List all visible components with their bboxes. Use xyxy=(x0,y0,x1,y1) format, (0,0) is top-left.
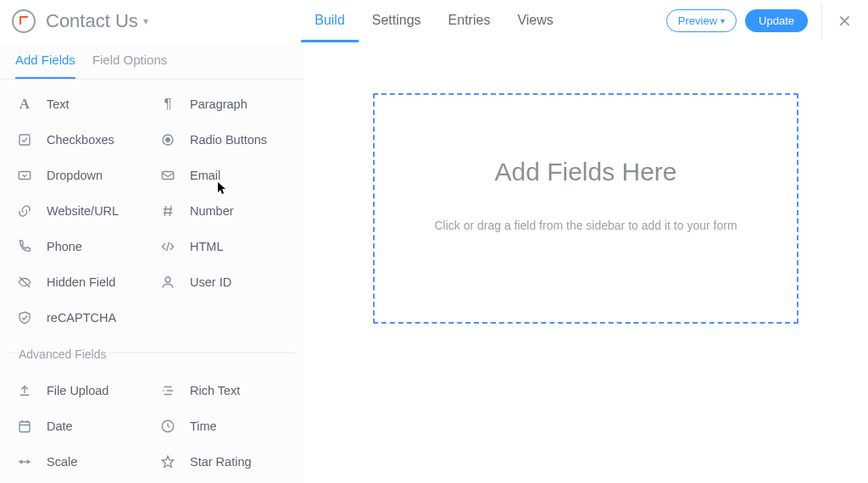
close-icon[interactable]: ✕ xyxy=(834,8,855,35)
field-label: Radio Buttons xyxy=(190,133,267,147)
field-text[interactable]: A Text xyxy=(8,86,152,122)
field-label: Date xyxy=(47,419,73,433)
preview-label: Preview xyxy=(678,14,717,27)
section-advanced: Advanced Fields xyxy=(0,339,303,366)
tab-settings[interactable]: Settings xyxy=(359,0,435,42)
checkbox-icon xyxy=(15,130,34,149)
field-label: Star Rating xyxy=(190,455,252,469)
code-icon xyxy=(159,237,177,256)
field-scale[interactable]: Scale xyxy=(8,444,152,480)
field-label: Checkboxes xyxy=(47,133,114,147)
divider xyxy=(821,3,822,40)
field-label: Scale xyxy=(47,455,77,469)
field-rich-text[interactable]: Rich Text xyxy=(152,373,295,408)
chevron-down-icon: ▾ xyxy=(143,15,148,27)
user-icon xyxy=(159,273,177,291)
field-label: Phone xyxy=(47,240,82,253)
field-label: Text xyxy=(47,97,70,111)
svg-point-2 xyxy=(166,138,170,142)
field-star-rating[interactable]: Star Rating xyxy=(152,444,295,480)
field-file-upload[interactable]: File Upload xyxy=(8,373,152,408)
update-button[interactable]: Update xyxy=(745,9,808,32)
email-icon xyxy=(159,166,177,185)
phone-icon xyxy=(15,237,34,256)
field-label: Number xyxy=(190,204,234,218)
logo-icon xyxy=(12,9,36,33)
field-radio[interactable]: Radio Buttons xyxy=(152,122,295,158)
dropzone-subtitle: Click or drag a field from the sidebar t… xyxy=(434,219,737,232)
field-label: Email xyxy=(190,169,220,182)
svg-rect-0 xyxy=(19,135,30,145)
field-recaptcha[interactable]: reCAPTCHA xyxy=(8,300,152,336)
star-icon xyxy=(159,452,177,471)
svg-rect-4 xyxy=(162,172,174,180)
field-label: User ID xyxy=(190,275,231,289)
tab-views[interactable]: Views xyxy=(504,0,566,42)
field-label: Website/URL xyxy=(47,204,119,218)
svg-point-5 xyxy=(165,277,170,282)
svg-rect-3 xyxy=(19,172,31,180)
clock-icon xyxy=(159,417,177,436)
field-label: Time xyxy=(190,419,217,433)
upload-icon xyxy=(15,381,34,400)
field-email[interactable]: Email xyxy=(152,158,295,193)
calendar-icon xyxy=(15,417,34,436)
text-icon: A xyxy=(15,95,34,114)
field-website[interactable]: Website/URL xyxy=(8,193,152,229)
shield-icon xyxy=(15,308,34,327)
svg-rect-6 xyxy=(19,422,30,432)
field-hidden[interactable]: Hidden Field xyxy=(8,264,152,300)
form-name-dropdown[interactable]: Contact Us ▾ xyxy=(46,10,148,32)
richtext-icon xyxy=(159,381,177,400)
scale-icon xyxy=(15,452,34,471)
field-checkboxes[interactable]: Checkboxes xyxy=(8,122,152,158)
field-label: reCAPTCHA xyxy=(47,311,116,325)
hash-icon xyxy=(159,202,177,220)
field-label: Paragraph xyxy=(190,97,248,111)
field-label: Dropdown xyxy=(47,169,103,182)
tab-entries[interactable]: Entries xyxy=(435,0,504,42)
field-dropdown[interactable]: Dropdown xyxy=(8,158,152,193)
field-time[interactable]: Time xyxy=(152,408,295,444)
chevron-down-icon: ▾ xyxy=(721,16,725,25)
field-phone[interactable]: Phone xyxy=(8,229,152,264)
field-userid[interactable]: User ID xyxy=(152,264,295,300)
sidebar-tab-field-options[interactable]: Field Options xyxy=(92,42,167,79)
radio-icon xyxy=(159,130,177,149)
field-paragraph[interactable]: ¶ Paragraph xyxy=(152,86,295,122)
eye-off-icon xyxy=(15,273,34,291)
field-html[interactable]: HTML xyxy=(152,229,295,264)
field-date[interactable]: Date xyxy=(8,408,152,444)
sidebar-tab-add-fields[interactable]: Add Fields xyxy=(15,42,75,79)
field-label: Rich Text xyxy=(190,384,240,397)
dropzone[interactable]: Add Fields Here Click or drag a field fr… xyxy=(373,93,798,324)
tab-build[interactable]: Build xyxy=(301,0,359,42)
link-icon xyxy=(15,202,34,220)
field-label: HTML xyxy=(190,240,223,253)
field-label: Hidden Field xyxy=(47,275,115,289)
top-nav: Build Settings Entries Views xyxy=(301,0,567,42)
field-label: File Upload xyxy=(47,384,108,397)
dropzone-title: Add Fields Here xyxy=(494,158,676,186)
field-number[interactable]: Number xyxy=(152,193,295,229)
paragraph-icon: ¶ xyxy=(159,95,177,114)
form-name-text: Contact Us xyxy=(46,10,138,32)
preview-button[interactable]: Preview ▾ xyxy=(666,9,737,32)
dropdown-icon xyxy=(15,166,34,185)
